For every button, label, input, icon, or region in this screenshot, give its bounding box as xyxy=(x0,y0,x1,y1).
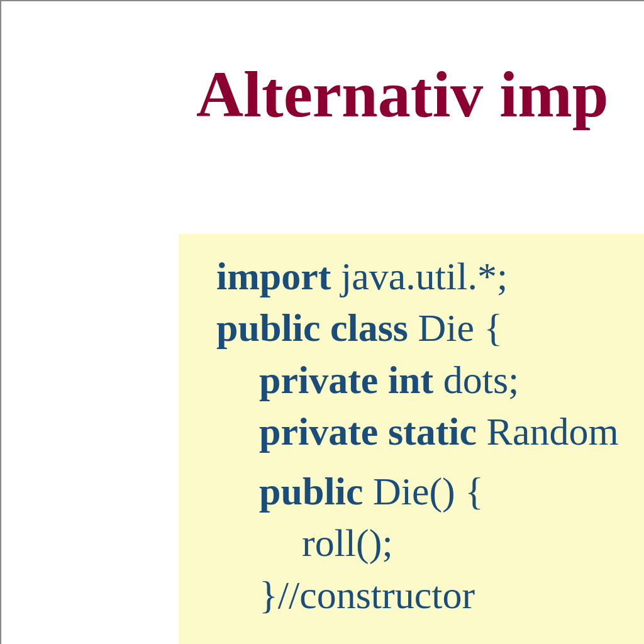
code-text: }//constructor xyxy=(259,574,475,616)
slide-container: Alternativ imp import java.util.*; publi… xyxy=(1,1,644,644)
code-line: private int dots; xyxy=(216,354,606,406)
code-line: public Die() { xyxy=(216,465,606,517)
code-text: Die { xyxy=(408,306,502,349)
keyword: public xyxy=(259,470,363,513)
code-text: roll(); xyxy=(302,521,393,564)
spacer xyxy=(216,458,606,465)
code-text: Random xyxy=(477,410,619,453)
code-text: java.util.*; xyxy=(331,255,508,297)
code-text: dots; xyxy=(433,358,519,401)
slide-title: Alternativ imp xyxy=(196,57,609,131)
keyword: private static xyxy=(259,410,477,453)
code-text: Die() { xyxy=(363,470,484,513)
keyword: public class xyxy=(216,306,408,349)
keyword: private int xyxy=(259,358,433,401)
code-line: public class Die { xyxy=(216,302,606,353)
code-line: }//constructor xyxy=(216,569,606,621)
code-line: roll(); xyxy=(216,517,606,569)
code-line: import java.util.*; xyxy=(216,250,606,302)
code-line: private static Random xyxy=(216,406,606,457)
code-block: import java.util.*; public class Die { p… xyxy=(179,234,644,644)
keyword: import xyxy=(216,255,331,297)
